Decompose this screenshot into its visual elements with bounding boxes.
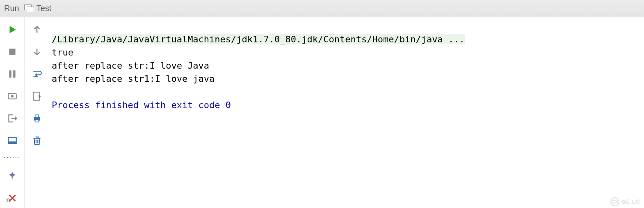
svg-rect-0 (9, 49, 15, 55)
scroll-down-button[interactable] (30, 44, 44, 59)
svg-rect-1 (9, 70, 11, 77)
console-exit-line: Process finished with exit code 0 (52, 100, 231, 110)
run-tool-window: Run Test ······ (0, 0, 644, 208)
soft-wrap-button[interactable] (30, 67, 44, 81)
svg-rect-9 (35, 115, 39, 117)
svg-point-4 (11, 95, 14, 98)
run-header: Run Test (0, 0, 644, 17)
run-body: ······ (0, 17, 644, 208)
run-config-name: Test (37, 4, 52, 13)
console-line: after replace str1:I love java (52, 74, 215, 84)
print-button[interactable] (30, 111, 44, 126)
stop-button[interactable] (5, 44, 20, 59)
console-output[interactable]: /Library/Java/JavaVirtualMachines/jdk1.7… (49, 17, 644, 208)
svg-rect-7 (33, 92, 39, 100)
layout-button[interactable] (5, 133, 20, 148)
console-command[interactable]: /Library/Java/JavaVirtualMachines/jdk1.7… (52, 34, 465, 44)
svg-rect-10 (35, 120, 39, 122)
scroll-to-end-button[interactable] (30, 89, 44, 104)
svg-rect-2 (13, 70, 15, 77)
watermark-logo-icon: CX (610, 197, 619, 206)
pin-button[interactable] (5, 169, 20, 183)
svg-rect-6 (8, 141, 16, 143)
pause-button[interactable] (5, 67, 20, 81)
console-line: after replace str:I love Java (52, 60, 209, 71)
dump-threads-button[interactable] (5, 89, 20, 104)
rerun-button[interactable] (5, 22, 20, 37)
watermark-label: 创新互联 (621, 199, 641, 206)
window-stack-icon (24, 5, 34, 13)
separator-dots: ······ (3, 155, 21, 161)
run-label: Run (4, 4, 19, 13)
expand-button[interactable]: » (6, 195, 11, 206)
secondary-toolbar (25, 17, 49, 208)
console-line: true (52, 47, 73, 58)
primary-toolbar: ······ (0, 17, 25, 208)
scroll-up-button[interactable] (30, 22, 44, 37)
exit-button[interactable] (5, 111, 20, 126)
watermark: CX 创新互联 (610, 197, 641, 206)
clear-all-button[interactable] (30, 133, 44, 148)
